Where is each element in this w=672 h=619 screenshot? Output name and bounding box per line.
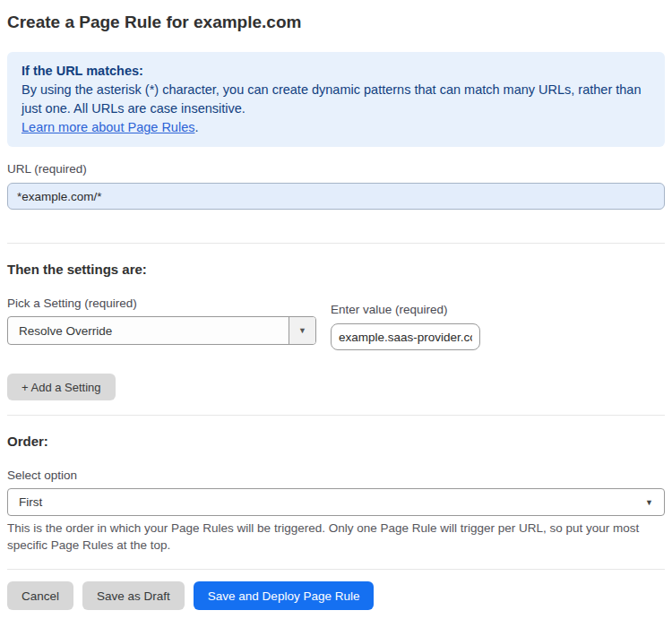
- setting-select-value: Resolve Override: [8, 324, 289, 338]
- save-as-draft-button[interactable]: Save as Draft: [82, 581, 185, 610]
- settings-row: Pick a Setting (required) Resolve Overri…: [7, 297, 665, 350]
- value-field-label: Enter value (required): [331, 303, 480, 317]
- url-input[interactable]: [7, 183, 665, 210]
- divider: [7, 243, 665, 244]
- url-match-info-box: If the URL matches: By using the asteris…: [7, 52, 665, 147]
- order-select-value: First: [8, 495, 42, 509]
- settings-section-heading: Then the settings are:: [7, 261, 665, 279]
- order-section-heading: Order:: [7, 433, 665, 451]
- cancel-button[interactable]: Cancel: [7, 581, 73, 610]
- divider: [7, 415, 665, 416]
- info-box-body: By using the asterisk (*) character, you…: [22, 81, 650, 118]
- add-setting-button[interactable]: + Add a Setting: [7, 374, 116, 400]
- learn-more-link[interactable]: Learn more about Page Rules: [22, 120, 194, 134]
- setting-select[interactable]: Resolve Override ▼: [7, 316, 316, 345]
- setting-value-input[interactable]: [331, 323, 480, 350]
- info-box-link-line: Learn more about Page Rules.: [22, 118, 650, 137]
- divider: [7, 569, 665, 570]
- page-title: Create a Page Rule for example.com: [7, 11, 665, 34]
- order-select[interactable]: First ▼: [7, 488, 665, 516]
- chevron-down-icon: ▼: [645, 498, 664, 507]
- setting-value-group: Enter value (required): [331, 297, 480, 350]
- url-field-label: URL (required): [7, 162, 665, 176]
- setting-picker-group: Pick a Setting (required) Resolve Overri…: [7, 297, 316, 345]
- info-box-heading: If the URL matches:: [22, 62, 650, 81]
- setting-select-label: Pick a Setting (required): [7, 297, 316, 311]
- order-select-label: Select option: [7, 469, 665, 483]
- link-period: .: [194, 120, 198, 134]
- actions-row: Cancel Save as Draft Save and Deploy Pag…: [7, 581, 665, 610]
- save-and-deploy-button[interactable]: Save and Deploy Page Rule: [194, 581, 375, 610]
- chevron-down-icon: ▼: [289, 317, 315, 344]
- order-help-text: This is the order in which your Page Rul…: [7, 520, 665, 554]
